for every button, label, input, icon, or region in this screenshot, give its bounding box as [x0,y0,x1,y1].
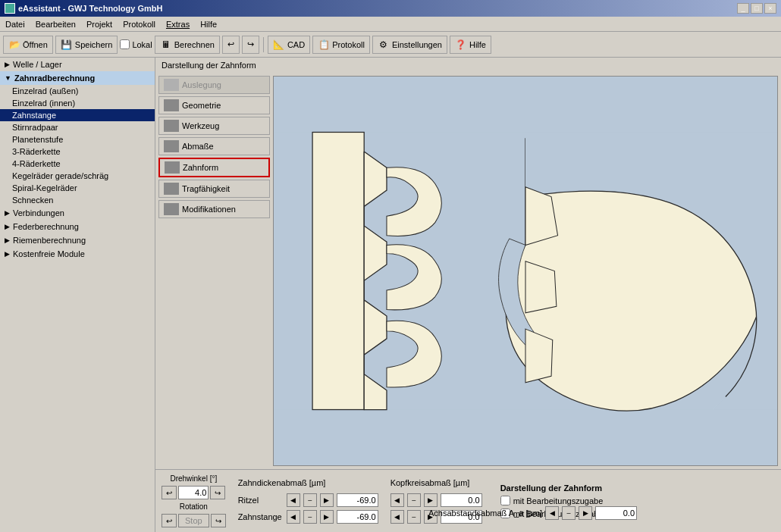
rotation-forward[interactable]: ↪ [211,514,226,527]
check1-checkbox[interactable] [500,496,510,505]
sidebar-item-einzelrad-innen[interactable]: Einzelrad (innen) [0,97,155,109]
sidebar-group-kostenfreie[interactable]: ▶ Kostenfreie Module [0,247,155,261]
verbindungen-arrow: ▶ [5,209,10,217]
zahnstange-zahn-input[interactable] [337,510,378,524]
tab-werkzeug[interactable]: Werkzeug [158,117,270,135]
content-header: Darstellung der Zahnform [155,58,781,73]
svg-rect-1 [312,132,364,409]
main-container: ▶ Welle / Lager ▼ Zahnradberechnung Einz… [0,58,781,532]
zahnrad-label: Zahnradberechnung [14,74,95,83]
title-bar: eAssistant - GWJ Technology GmbH _ □ × [0,0,781,17]
ritzel-kopf-left[interactable]: ◀ [390,493,404,507]
sidebar-item-raederkette3[interactable]: 3-Räderkette [0,146,155,158]
check1-label: mit Bearbeitungszugabe [513,496,604,505]
sidebar-group-riemenberechnung[interactable]: ▶ Riemenberechnung [0,233,155,247]
sidebar-group-verbindungen[interactable]: ▶ Verbindungen [0,206,155,220]
content-area: Darstellung der Zahnform Auslegung Geome… [155,58,781,532]
kostenfreie-arrow: ▶ [5,250,10,258]
menu-extras[interactable]: Extras [164,19,192,30]
ritzel-zahn-minus[interactable]: – [303,493,317,507]
sidebar: ▶ Welle / Lager ▼ Zahnradberechnung Einz… [0,58,155,532]
achsabstand-right[interactable]: ▶ [579,506,592,520]
drehwinkel-input[interactable] [178,486,209,499]
sidebar-item-schnecken[interactable]: Schnecken [0,194,155,206]
werkzeug-icon [164,120,179,132]
protocol-button[interactable]: 📋 Protokoll [312,36,370,54]
lokal-checkbox-group: Lokal [120,39,152,49]
verbindungen-label: Verbindungen [13,208,64,217]
open-button[interactable]: 📂 Öffnen [3,36,53,54]
menu-hilfe[interactable]: Hilfe [198,19,219,30]
save-button[interactable]: 💾 Speichern [55,36,118,54]
sidebar-item-zahnstange[interactable]: Zahnstange [0,109,155,121]
app-icon [5,3,15,14]
sidebar-item-einzelrad-aussen[interactable]: Einzelrad (außen) [0,85,155,97]
tab-tragfahigkeit-label: Tragfähigkeit [182,184,230,193]
sidebar-group-zahnrad[interactable]: ▼ Zahnradberechnung [0,71,155,85]
ritzel-kopf-minus[interactable]: – [407,493,421,507]
cad-icon: 📐 [273,39,285,51]
rotation-back[interactable]: ↩ [162,514,177,527]
maximize-button[interactable]: □ [751,3,763,14]
ritzel-zahn-input[interactable] [337,493,378,507]
tab-auslegung[interactable]: Auslegung [158,76,270,94]
sidebar-item-stirnradpaar[interactable]: Stirnradpaar [0,121,155,133]
menu-protokoll[interactable]: Protokoll [121,19,158,30]
achsabstand-left[interactable]: ◀ [545,506,559,520]
tab-zahnform[interactable]: Zahnform [158,158,270,177]
close-button[interactable]: × [764,3,776,14]
zahnstange-zahn-minus[interactable]: – [303,510,317,524]
separator [263,37,264,52]
auslegung-icon [164,79,179,91]
lokal-label: Lokal [132,40,152,49]
zahnstange-kopf-minus[interactable]: – [407,510,421,524]
zahnstange-kopf-left[interactable]: ◀ [390,510,404,524]
menu-datei[interactable]: Datei [3,19,27,30]
redo-button[interactable]: ↪ [242,36,259,54]
ritzel-kopf-right[interactable]: ▶ [424,493,438,507]
calculate-button[interactable]: 🖩 Berechnen [155,36,220,54]
ritzel-kopf-input[interactable] [441,493,482,507]
tab-geometrie-label: Geometrie [182,101,221,110]
menu-bar: Datei Bearbeiten Projekt Protokoll Extra… [0,17,781,32]
sidebar-item-kegelraeder[interactable]: Kegelräder gerade/schräg [0,170,155,182]
sidebar-group-welle[interactable]: ▶ Welle / Lager [0,58,155,71]
riemen-arrow: ▶ [5,236,10,244]
minimize-button[interactable]: _ [737,3,749,14]
tab-panel: Auslegung Geometrie Werkzeug Abmaße Zahn… [155,73,273,469]
achsabstand-input[interactable] [595,506,637,520]
check1-row: mit Bearbeitungszugabe [500,496,604,505]
tab-geometrie[interactable]: Geometrie [158,96,270,114]
stop-button[interactable]: Stop [178,514,209,527]
sidebar-item-planetenstufe[interactable]: Planetenstufe [0,133,155,146]
sidebar-item-raederkette4[interactable]: 4-Räderkette [0,158,155,170]
zahnstange-zahn-right[interactable]: ▶ [320,510,334,524]
achsabstand-row: Achsabstandsabmaß A_a [µm] ◀ – ▶ [428,506,637,520]
sidebar-item-spiral-kegelraeder[interactable]: Spiral-Kegelräder [0,182,155,194]
open-icon: 📂 [8,39,20,51]
sidebar-group-federberechnung[interactable]: ▶ Federberechnung [0,220,155,233]
redo-icon: ↪ [247,39,254,49]
drehwinkel-increase[interactable]: ↪ [210,486,225,499]
zahnstange-zahn-left[interactable]: ◀ [287,510,300,524]
tab-tragfahigkeit[interactable]: Tragfähigkeit [158,180,270,198]
tab-abmasse[interactable]: Abmaße [158,137,270,155]
tragfahigkeit-icon [164,183,179,195]
cad-button[interactable]: 📐 CAD [268,36,310,54]
calculate-icon: 🖩 [160,39,172,51]
tab-modifikationen[interactable]: Modifikationen [158,200,270,218]
achsabstand-minus[interactable]: – [562,506,576,520]
tooth-drawing [274,77,777,465]
settings-button[interactable]: ⚙ Einstellungen [372,36,447,54]
menu-projekt[interactable]: Projekt [84,19,114,30]
protocol-icon: 📋 [318,39,330,51]
ritzel-zahn-right[interactable]: ▶ [320,493,334,507]
ritzel-zahn-left[interactable]: ◀ [287,493,300,507]
zahnrad-arrow: ▼ [5,74,11,82]
undo-button[interactable]: ↩ [222,36,240,54]
drehwinkel-decrease[interactable]: ↩ [162,486,177,499]
drehwinkel-label: Drehwinkel [°] [170,474,217,483]
help-button[interactable]: ❓ Hilfe [450,36,491,54]
lokal-checkbox[interactable] [120,39,130,49]
menu-bearbeiten[interactable]: Bearbeiten [33,19,78,30]
